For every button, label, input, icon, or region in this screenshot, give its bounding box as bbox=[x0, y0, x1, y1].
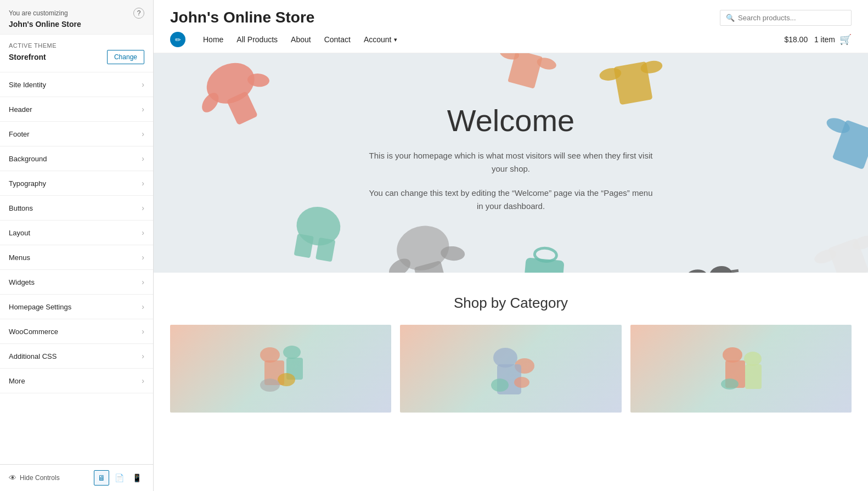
mobile-view-button[interactable]: 📱 bbox=[129, 470, 144, 486]
account-chevron-icon: ▾ bbox=[394, 36, 397, 43]
nav-contact[interactable]: Contact bbox=[324, 35, 351, 44]
desktop-view-button[interactable]: 🖥 bbox=[94, 470, 109, 486]
search-box[interactable]: 🔍 bbox=[720, 10, 852, 26]
chevron-right-icon: › bbox=[142, 179, 144, 188]
menu-item-more[interactable]: More› bbox=[0, 369, 153, 393]
menu-item-label-buttons: Buttons bbox=[9, 204, 33, 212]
category-card-3[interactable] bbox=[630, 325, 852, 413]
chevron-right-icon: › bbox=[142, 327, 144, 336]
cart-price: $18.00 1 item bbox=[784, 35, 835, 44]
menu-item-typography[interactable]: Typography› bbox=[0, 171, 153, 196]
desktop-icon: 🖥 bbox=[98, 473, 105, 482]
menu-item-background[interactable]: Background› bbox=[0, 146, 153, 171]
menu-item-additional-css[interactable]: Additional CSS› bbox=[0, 344, 153, 369]
panel-footer: 👁 Hide Controls 🖥 📄 📱 bbox=[0, 464, 153, 491]
svg-rect-10 bbox=[832, 120, 868, 170]
cart-info[interactable]: $18.00 1 item 🛒 bbox=[784, 33, 852, 46]
svg-point-31 bbox=[283, 346, 301, 359]
chevron-right-icon: › bbox=[142, 80, 144, 89]
store-nav: ✏ Home All Products About Contact Accoun… bbox=[154, 26, 868, 53]
hero-section: Welcome This is your homepage which is w… bbox=[154, 53, 868, 273]
mobile-icon: 📱 bbox=[132, 473, 142, 482]
svg-point-19 bbox=[440, 245, 465, 262]
chevron-right-icon: › bbox=[142, 154, 144, 163]
hide-controls-button[interactable]: 👁 Hide Controls bbox=[9, 473, 60, 482]
svg-rect-17 bbox=[414, 261, 448, 273]
store-title: John's Online Store bbox=[170, 9, 314, 26]
menu-item-label-homepage-settings: Homepage Settings bbox=[9, 303, 71, 311]
device-icons: 🖥 📄 📱 bbox=[94, 470, 144, 486]
chevron-right-icon: › bbox=[142, 352, 144, 360]
category-image-3 bbox=[630, 325, 852, 413]
menu-item-woocommerce[interactable]: WooCommerce› bbox=[0, 319, 153, 344]
svg-point-0 bbox=[200, 55, 261, 111]
menu-item-label-menus: Menus bbox=[9, 253, 30, 262]
change-theme-button[interactable]: Change bbox=[107, 50, 144, 64]
menu-item-label-widgets: Widgets bbox=[9, 278, 35, 286]
svg-rect-44 bbox=[745, 364, 762, 389]
svg-point-30 bbox=[260, 347, 280, 363]
search-icon: 🔍 bbox=[726, 14, 735, 22]
menu-item-label-header: Header bbox=[9, 105, 32, 114]
svg-point-3 bbox=[247, 72, 270, 87]
menu-item-widgets[interactable]: Widgets› bbox=[0, 270, 153, 295]
category-card-1[interactable] bbox=[170, 325, 391, 413]
menu-item-site-identity[interactable]: Site Identity› bbox=[0, 72, 153, 97]
svg-point-42 bbox=[744, 352, 762, 366]
menu-item-label-more: More bbox=[9, 377, 25, 385]
category-image-1 bbox=[170, 325, 391, 413]
svg-rect-26 bbox=[730, 269, 739, 273]
hero-content: Welcome This is your homepage which is w… bbox=[346, 81, 675, 246]
svg-rect-27 bbox=[828, 238, 868, 273]
category-image-2 bbox=[400, 325, 621, 413]
cart-icon[interactable]: 🛒 bbox=[839, 33, 852, 46]
menu-item-homepage-settings[interactable]: Homepage Settings› bbox=[0, 295, 153, 319]
svg-point-23 bbox=[709, 265, 733, 273]
edit-nav-pencil[interactable]: ✏ bbox=[170, 32, 185, 47]
chevron-right-icon: › bbox=[142, 278, 144, 286]
active-theme-section: Active theme Storefront Change bbox=[0, 35, 153, 72]
search-input[interactable] bbox=[738, 14, 846, 22]
svg-point-40 bbox=[514, 377, 529, 388]
svg-rect-15 bbox=[315, 238, 336, 262]
menu-item-header[interactable]: Header› bbox=[0, 97, 153, 122]
svg-rect-1 bbox=[227, 91, 258, 125]
tablet-view-button[interactable]: 📄 bbox=[111, 470, 127, 486]
svg-point-12 bbox=[866, 130, 868, 151]
svg-point-5 bbox=[498, 53, 520, 61]
theme-name: Storefront bbox=[9, 53, 46, 61]
eye-icon: 👁 bbox=[9, 473, 16, 482]
menu-item-label-woocommerce: WooCommerce bbox=[9, 328, 58, 336]
tablet-icon: 📄 bbox=[115, 473, 124, 482]
category-section-title: Shop by Category bbox=[170, 295, 852, 312]
category-card-2[interactable] bbox=[400, 325, 621, 413]
svg-point-18 bbox=[386, 255, 414, 273]
svg-point-9 bbox=[640, 59, 663, 75]
nav-about[interactable]: About bbox=[291, 35, 311, 44]
menu-item-label-layout: Layout bbox=[9, 229, 30, 237]
chevron-right-icon: › bbox=[142, 302, 144, 311]
active-theme-label: Active theme bbox=[9, 42, 144, 49]
menu-item-label-typography: Typography bbox=[9, 179, 46, 188]
menu-item-label-site-identity: Site Identity bbox=[9, 81, 46, 89]
customizer-panel: You are customizing ? John's Online Stor… bbox=[0, 0, 154, 491]
menu-item-layout[interactable]: Layout› bbox=[0, 221, 153, 245]
nav-account[interactable]: Account ▾ bbox=[364, 35, 397, 44]
svg-point-39 bbox=[491, 379, 509, 392]
chevron-right-icon: › bbox=[142, 105, 144, 114]
cart-price-value: $18.00 bbox=[784, 35, 808, 44]
help-icon[interactable]: ? bbox=[133, 8, 144, 19]
category-section: Shop by Category bbox=[154, 273, 868, 434]
menu-item-menus[interactable]: Menus› bbox=[0, 245, 153, 270]
svg-point-35 bbox=[260, 379, 280, 392]
nav-home[interactable]: Home bbox=[203, 35, 223, 44]
svg-point-29 bbox=[850, 233, 868, 252]
svg-point-21 bbox=[534, 247, 557, 262]
menu-item-buttons[interactable]: Buttons› bbox=[0, 196, 153, 221]
svg-point-28 bbox=[813, 247, 838, 266]
hide-controls-label: Hide Controls bbox=[20, 474, 60, 482]
menu-item-label-footer: Footer bbox=[9, 130, 30, 138]
menu-item-label-background: Background bbox=[9, 155, 47, 163]
nav-all-products[interactable]: All Products bbox=[236, 35, 278, 44]
menu-item-footer[interactable]: Footer› bbox=[0, 122, 153, 146]
